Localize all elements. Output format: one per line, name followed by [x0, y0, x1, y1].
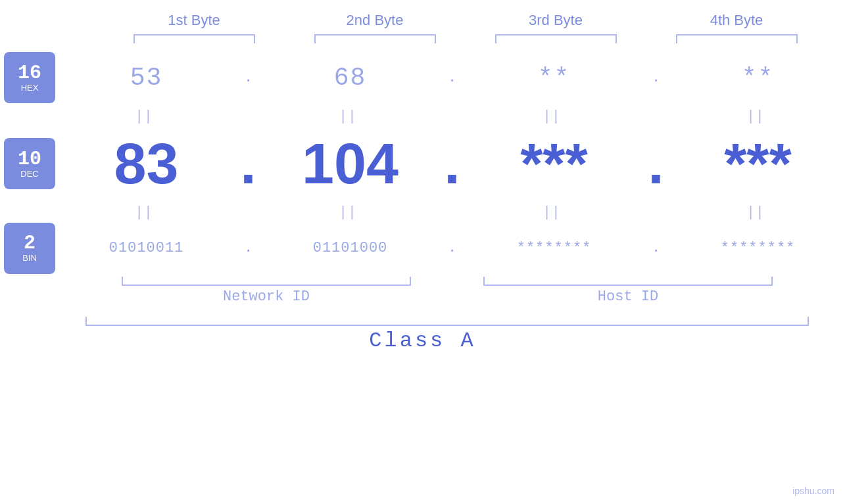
dec-b2-cell: 104	[263, 135, 437, 193]
hex-b4-cell: **	[671, 64, 845, 92]
hex-badge-label: HEX	[21, 83, 39, 93]
eq1-content: || || || ||	[59, 107, 845, 124]
bin-b1-value: 01010011	[109, 240, 184, 256]
eq1-b2-sign: ||	[341, 107, 359, 124]
watermark: ipshu.com	[792, 486, 834, 496]
top-brackets	[0, 33, 845, 45]
eq1-b4-sign: ||	[749, 107, 767, 124]
eq2-content: || || || ||	[59, 203, 845, 220]
bin-sep1: .	[233, 240, 263, 256]
dec-b1-value: 83	[114, 135, 179, 193]
dec-b3-cell: ***	[467, 135, 641, 193]
bin-dot3: .	[643, 240, 669, 256]
bracket-line-b4	[676, 34, 798, 43]
bin-sep2: .	[437, 240, 467, 256]
byte3-header: 3rd Byte	[466, 12, 646, 29]
bin-b3-cell: ********	[467, 240, 641, 256]
hex-b1-cell: 53	[59, 64, 233, 92]
bin-badge-col: 2 BIN	[0, 223, 59, 274]
bin-badge: 2 BIN	[4, 223, 55, 274]
dec-b4-cell: ***	[671, 135, 845, 193]
hex-row: 16 HEX 53 . 68 . ** . **	[0, 51, 845, 104]
eq2-b2-sign: ||	[341, 203, 359, 220]
byte4-header: 4th Byte	[646, 12, 827, 29]
bracket-line-b1	[133, 34, 255, 43]
net-bracket-line	[122, 277, 411, 286]
bin-sep3: .	[641, 240, 671, 256]
dec-sep2: .	[437, 135, 467, 193]
dec-dot1: .	[240, 135, 256, 193]
bin-badge-number: 2	[24, 233, 36, 253]
host-bracket-wrapper	[447, 277, 809, 286]
hex-dot1: .	[235, 70, 262, 86]
hex-b3-value: **	[538, 64, 571, 92]
dec-badge-number: 10	[18, 149, 41, 169]
hex-b4-value: **	[742, 64, 775, 92]
hex-sep2: .	[437, 70, 467, 86]
eq2-b4-sign: ||	[749, 203, 767, 220]
class-bracket-line	[85, 317, 809, 326]
byte2-header: 2nd Byte	[285, 12, 466, 29]
hex-sep3: .	[641, 70, 671, 86]
eq1-b2: ||	[263, 107, 437, 124]
network-labels-row: Network ID Host ID	[0, 288, 845, 305]
bracket-b4	[646, 33, 827, 45]
bin-b3-value: ********	[517, 240, 592, 256]
dec-badge: 10 DEC	[4, 138, 55, 189]
hex-b2-cell: 68	[263, 64, 437, 92]
eq1-b3-sign: ||	[545, 107, 563, 124]
hex-dot2: .	[439, 70, 466, 86]
eq-row-1: || || || ||	[0, 104, 845, 127]
hex-sep1: .	[233, 70, 263, 86]
host-bracket-line	[483, 277, 773, 286]
bin-data-row: 01010011 . 01101000 . ******** . *******…	[59, 240, 845, 256]
eq1-b1-sign: ||	[137, 107, 155, 124]
network-id-label: Network ID	[85, 288, 447, 305]
bracket-b1	[104, 33, 285, 45]
byte-headers: 1st Byte 2nd Byte 3rd Byte 4th Byte	[0, 12, 845, 29]
dec-dot3: .	[648, 135, 664, 193]
eq-row-2: || || || ||	[0, 200, 845, 223]
bin-dot2: .	[439, 240, 466, 256]
hex-b2-value: 68	[334, 64, 367, 92]
hex-b1-value: 53	[130, 64, 163, 92]
dec-row: 10 DEC 83 . 104 . *** . ***	[0, 127, 845, 200]
eq2-b3: ||	[467, 203, 641, 220]
bin-row: 2 BIN 01010011 . 01101000 . ******** .	[0, 223, 845, 273]
bracket-line-b3	[495, 34, 617, 43]
class-label: Class A	[369, 329, 475, 353]
dec-badge-col: 10 DEC	[0, 138, 59, 189]
eq2-b4: ||	[671, 203, 845, 220]
hex-badge-number: 16	[18, 63, 41, 83]
dec-sep3: .	[641, 135, 671, 193]
dec-b3-value: ***	[520, 135, 588, 193]
bin-b2-cell: 01101000	[263, 240, 437, 256]
class-label-row: Class A	[0, 329, 845, 353]
eq1-b4: ||	[671, 107, 845, 124]
main-container: 1st Byte 2nd Byte 3rd Byte 4th Byte 16 H…	[0, 0, 845, 504]
eq2-b2: ||	[263, 203, 437, 220]
eq2-b1-sign: ||	[137, 203, 155, 220]
bracket-b2	[285, 33, 466, 45]
bin-b4-value: ********	[721, 240, 796, 256]
hex-data-row: 53 . 68 . ** . **	[59, 64, 845, 92]
bracket-b3	[466, 33, 646, 45]
dec-b1-cell: 83	[59, 135, 233, 193]
bin-b4-cell: ********	[671, 240, 845, 256]
dec-data-row: 83 . 104 . *** . ***	[59, 135, 845, 193]
bin-b1-cell: 01010011	[59, 240, 233, 256]
bin-dot1: .	[235, 240, 262, 256]
dec-badge-label: DEC	[20, 169, 38, 179]
hex-badge-col: 16 HEX	[0, 52, 59, 103]
bin-b2-value: 01101000	[313, 240, 388, 256]
hex-dot3: .	[643, 70, 669, 86]
bin-badge-label: BIN	[22, 253, 37, 263]
byte1-header: 1st Byte	[104, 12, 285, 29]
eq1-b1: ||	[59, 107, 233, 124]
eq2-b3-sign: ||	[545, 203, 563, 220]
eq1-b3: ||	[467, 107, 641, 124]
hex-badge: 16 HEX	[4, 52, 55, 103]
eq2-b1: ||	[59, 203, 233, 220]
host-id-label: Host ID	[447, 288, 809, 305]
dec-b4-value: ***	[724, 135, 792, 193]
